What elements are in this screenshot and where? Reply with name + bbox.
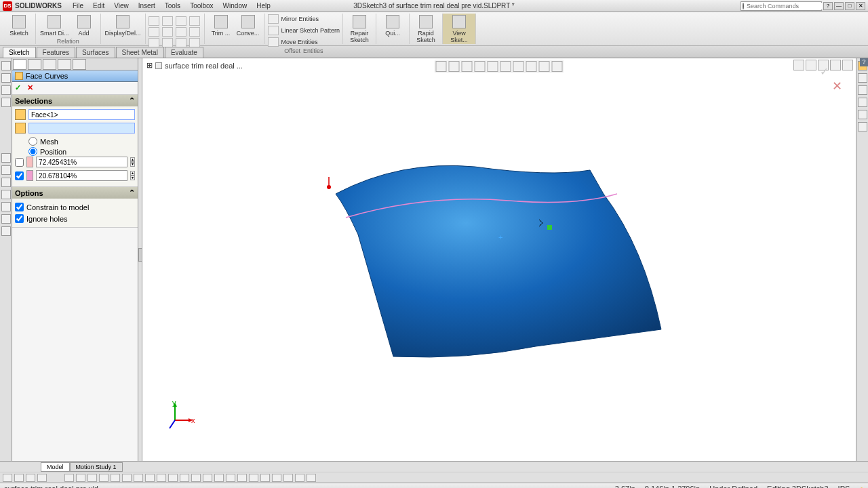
face-selection-input[interactable]	[28, 109, 135, 120]
tab-sketch[interactable]: Sketch	[3, 47, 36, 58]
property-manager-tab[interactable]	[28, 59, 41, 70]
u-spin-down[interactable]: ▾	[130, 162, 135, 167]
mirror-entities-button[interactable]: Mirror Entities	[281, 16, 319, 22]
move-entities-button[interactable]: Move Entities	[281, 39, 318, 45]
v-value-input[interactable]	[36, 170, 127, 181]
ignore-holes-check[interactable]: Ignore holes	[15, 213, 135, 224]
v-enable-check[interactable]	[15, 171, 24, 180]
left-tool-8[interactable]	[1, 190, 11, 199]
v-spin-up[interactable]: ▴	[130, 171, 135, 176]
selections-header[interactable]: Selections ⌃	[12, 95, 138, 106]
model-surface[interactable]: +	[142, 58, 856, 461]
bt-21[interactable]	[249, 474, 258, 482]
dim-manager-tab[interactable]	[58, 59, 71, 70]
display-manager-tab[interactable]	[73, 59, 86, 70]
status-rebuild-icon[interactable]: ●	[859, 485, 864, 489]
menu-window[interactable]: Window	[219, 1, 252, 11]
convert-button[interactable]: Conve...	[235, 14, 262, 38]
bt-15[interactable]	[180, 474, 189, 482]
u-enable-check[interactable]	[15, 158, 24, 167]
bt-23[interactable]	[272, 474, 281, 482]
u-value-input[interactable]	[36, 157, 127, 167]
menu-toolbox[interactable]: Toolbox	[186, 1, 217, 11]
rectangle-tool[interactable]	[149, 27, 159, 37]
menu-help[interactable]: Help	[252, 1, 275, 11]
status-units[interactable]: IPS	[838, 485, 850, 489]
tab-surfaces[interactable]: Surfaces	[76, 47, 115, 58]
bt-2[interactable]	[14, 474, 24, 482]
smart-dimension-button[interactable]: Smart Di...	[39, 14, 71, 38]
bt-24[interactable]	[283, 474, 293, 482]
design-library-tab[interactable]	[858, 73, 867, 83]
left-tool-11[interactable]	[1, 226, 11, 236]
close-button[interactable]: ✕	[856, 2, 865, 10]
bt-7[interactable]	[87, 474, 97, 482]
menu-file[interactable]: File	[68, 1, 87, 11]
bt-12[interactable]	[145, 474, 155, 482]
help-button[interactable]: ?	[823, 2, 833, 10]
tab-evaluate[interactable]: Evaluate	[165, 47, 203, 58]
left-tool-10[interactable]	[1, 214, 11, 224]
motion-study-tab[interactable]: Motion Study 1	[70, 462, 123, 472]
search-input[interactable]	[744, 3, 823, 9]
search-commands-box[interactable]	[741, 1, 822, 11]
position-radio[interactable]: Position	[15, 146, 135, 157]
maximize-button[interactable]: □	[845, 2, 854, 10]
u-spin-up[interactable]: ▴	[130, 157, 135, 162]
bt-20[interactable]	[237, 474, 247, 482]
text-tool[interactable]	[162, 38, 173, 47]
bt-11[interactable]	[134, 474, 143, 482]
tab-features[interactable]: Features	[37, 47, 75, 58]
linear-pattern-button[interactable]: Linear Sketch Pattern	[281, 27, 340, 34]
bt-10[interactable]	[122, 474, 132, 482]
add-relation-button[interactable]: Add	[71, 14, 98, 38]
bt-4[interactable]	[37, 474, 47, 482]
file-explorer-tab[interactable]	[858, 85, 867, 95]
polygon-tool[interactable]	[176, 27, 186, 37]
mesh-radio[interactable]: Mesh	[15, 136, 135, 146]
menu-view[interactable]: View	[110, 1, 133, 11]
pm-cancel-button[interactable]: ✕	[27, 83, 37, 93]
bt-14[interactable]	[168, 474, 178, 482]
bt-19[interactable]	[226, 474, 235, 482]
plane-tool[interactable]	[189, 38, 200, 47]
fillet-tool[interactable]	[176, 38, 186, 47]
config-manager-tab[interactable]	[43, 59, 56, 70]
quick-snaps-button[interactable]: Qui...	[379, 14, 406, 38]
bt-16[interactable]	[191, 474, 201, 482]
minimize-button[interactable]: —	[834, 2, 844, 10]
line-tool[interactable]	[149, 16, 159, 26]
left-tool-7[interactable]	[1, 178, 11, 187]
point-tool[interactable]	[149, 38, 159, 47]
spline-tool[interactable]	[189, 16, 200, 26]
view-sketch-button[interactable]: View Sket...	[446, 14, 473, 45]
view-palette-tab[interactable]	[858, 98, 867, 107]
bt-13[interactable]	[157, 474, 166, 482]
bt-25[interactable]	[295, 474, 304, 482]
feature-tree-tab[interactable]	[13, 59, 26, 70]
menu-insert[interactable]: Insert	[134, 1, 159, 11]
vertex-selection-input[interactable]	[28, 123, 135, 134]
custom-props-tab[interactable]	[858, 122, 867, 131]
bt-9[interactable]	[111, 474, 120, 482]
bt-17[interactable]	[203, 474, 212, 482]
menu-edit[interactable]: Edit	[89, 1, 108, 11]
slot-tool[interactable]	[162, 27, 173, 37]
bt-18[interactable]	[214, 474, 224, 482]
left-tool-4[interactable]	[1, 98, 11, 107]
bt-6[interactable]	[76, 474, 85, 482]
graphics-viewport[interactable]: ⊞ surface trim real deal ... ✓ ✕	[142, 58, 856, 461]
menu-tools[interactable]: Tools	[161, 1, 184, 11]
left-tool-2[interactable]	[1, 73, 11, 83]
options-header[interactable]: Options ⌃	[12, 187, 138, 199]
bt-1[interactable]	[3, 474, 12, 482]
constrain-check[interactable]: Constrain to model	[15, 201, 135, 213]
display-delete-button[interactable]: Display/Del...	[104, 14, 142, 38]
model-tab[interactable]: Model	[41, 462, 70, 472]
ellipse-tool[interactable]	[189, 27, 200, 37]
bt-5[interactable]	[64, 474, 74, 482]
left-tool-6[interactable]	[1, 165, 11, 175]
pm-ok-button[interactable]: ✓	[15, 83, 24, 93]
appearances-tab[interactable]	[858, 110, 867, 119]
trim-button[interactable]: Trim ...	[208, 14, 235, 38]
